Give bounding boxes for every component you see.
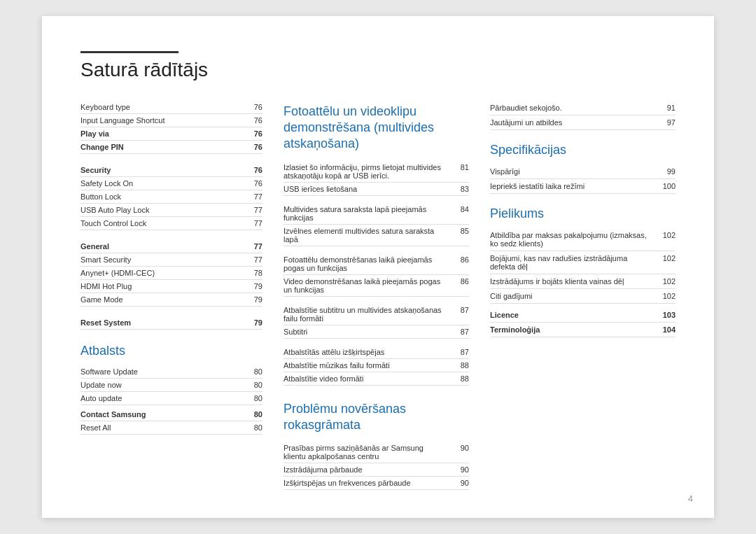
toc-num: 76: [245, 129, 262, 138]
toc-num: 102: [654, 231, 676, 248]
content-grid: Keyboard type76Input Language Shortcut76…: [80, 101, 676, 491]
pielikums-toc-entry: Licence103: [490, 308, 676, 323]
toc-num: 91: [654, 104, 676, 112]
toc-num: 87: [451, 306, 469, 323]
toc-num: 100: [654, 182, 676, 190]
toc-label: Multivides satura saraksta lapā pieejamā…: [284, 205, 451, 222]
toc-label: Izstrādājuma pārbaude: [284, 465, 451, 474]
toc-num: 76: [245, 143, 262, 151]
toc-label: Atbildība par maksas pakalpojumu (izmaks…: [490, 231, 654, 248]
toc-label: Change PIN: [80, 143, 245, 151]
toc-num: 80: [245, 423, 262, 432]
atbalsts-heading: Atbalsts: [80, 344, 262, 358]
toc-num: 87: [451, 348, 469, 356]
atbalsts-toc-entry: Software Update80: [80, 365, 262, 379]
mid-section-heading-1: Fotoattēlu un videoklipu demonstrēšana (…: [284, 104, 469, 153]
toc-label: Atbalstītie video formāti: [284, 374, 451, 383]
toc-label: Update now: [80, 381, 245, 389]
left-toc-entry: Safety Lock On76: [80, 177, 262, 190]
toc-num: 76: [245, 179, 262, 188]
toc-label: Atbalstītās attēlu izšķirtspējas: [284, 348, 451, 356]
right-toc-entry: Jautājumi un atbildes97: [490, 115, 676, 130]
mid-toc-entry: Video demonstrēšanas laikā pieejamās pog…: [284, 275, 469, 297]
toc-num: 79: [245, 295, 262, 304]
left-toc-entry: Security76: [80, 164, 262, 177]
toc-label: Safety Lock On: [80, 179, 245, 188]
toc-label: Izstrādājums ir bojāts klienta vainas dē…: [490, 277, 654, 286]
page-title: Saturā rādītājs: [80, 59, 676, 81]
toc-label: Smart Security: [80, 255, 245, 264]
page: Saturā rādītājs Keyboard type76Input Lan…: [42, 16, 714, 519]
toc-label: USB Auto Play Lock: [80, 206, 245, 214]
toc-num: 81: [451, 163, 469, 180]
toc-label: Vispārīgi: [490, 167, 654, 176]
mid-toc-entry: Atbalstītie mūzikas failu formāti88: [284, 359, 469, 372]
pielikums-heading: Pielikums: [490, 206, 676, 221]
toc-num: 76: [245, 103, 262, 111]
left-toc-entry: Smart Security77: [80, 253, 262, 267]
right-column: Pārbaudiet sekojošo.91Jautājumi un atbil…: [490, 101, 676, 491]
toc-label: Game Mode: [80, 295, 245, 304]
toc-num: 76: [245, 166, 262, 174]
toc-label: Input Language Shortcut: [80, 116, 245, 125]
toc-num: 103: [654, 311, 676, 319]
toc-label: Touch Control Lock: [80, 219, 245, 227]
toc-label: Bojājumi, kas nav radušies izstrādājuma …: [490, 254, 654, 271]
left-toc-entry: HDMI Hot Plug79: [80, 280, 262, 293]
atbalsts-toc-entry: Reset All80: [80, 421, 262, 435]
left-toc-entry: General77: [80, 240, 262, 253]
toc-num: 79: [245, 318, 262, 327]
mid-toc-entry: Atbalstītie subtitru un multivides atska…: [284, 304, 469, 325]
toc-label: Reset System: [80, 318, 245, 327]
pielikums-toc-entry: Bojājumi, kas nav radušies izstrādājuma …: [490, 251, 676, 274]
left-toc-entry: Change PIN76: [80, 141, 262, 154]
toc-label: Izvēlnes elementi multivides satura sara…: [284, 227, 451, 244]
pielikums-toc-entry: Terminoloģija104: [490, 323, 676, 337]
toc-label: Reset All: [80, 423, 245, 432]
toc-label: General: [80, 242, 245, 251]
atbalsts-toc-entry: Auto update80: [80, 392, 262, 405]
toc-label: Button Lock: [80, 192, 245, 201]
toc-num: 85: [451, 227, 469, 244]
spec-toc-entry: Vispārīgi99: [490, 164, 676, 179]
toc-label: Keyboard type: [80, 103, 245, 111]
toc-num: 90: [451, 444, 469, 461]
toc-label: HDMI Hot Plug: [80, 282, 245, 290]
toc-num: 77: [245, 255, 262, 264]
toc-num: 102: [654, 254, 676, 271]
toc-num: 86: [451, 255, 469, 272]
left-toc-entry: Game Mode79: [80, 293, 262, 307]
toc-label: Play via: [80, 129, 245, 138]
toc-label: USB ierīces lietošana: [284, 185, 451, 193]
pielikums-toc-entry: Atbildība par maksas pakalpojumu (izmaks…: [490, 228, 676, 251]
toc-num: 88: [451, 361, 469, 370]
mid-toc-entry: Atbalstītie video formāti88: [284, 372, 469, 386]
left-toc-entry: Button Lock77: [80, 190, 262, 204]
title-bar: [80, 51, 178, 53]
mid-column: Fotoattēlu un videoklipu demonstrēšana (…: [284, 101, 469, 491]
toc-label: Subtitri: [284, 328, 451, 336]
atbalsts-toc-entry: Update now80: [80, 379, 262, 392]
right-toc-entry: Pārbaudiet sekojošo.91: [490, 101, 676, 115]
toc-label: Contact Samsung: [80, 410, 245, 419]
toc-label: Pārbaudiet sekojošo.: [490, 104, 654, 112]
pielikums-toc-entry: Citi gadījumi102: [490, 289, 676, 304]
toc-label: Licence: [490, 311, 654, 319]
left-toc-entry: Input Language Shortcut76: [80, 114, 262, 127]
left-toc-entry: Anynet+ (HDMI-CEC)78: [80, 267, 262, 280]
left-toc-entry: Reset System79: [80, 316, 262, 330]
toc-label: Anynet+ (HDMI-CEC): [80, 269, 245, 277]
mid-toc-entry: Izstrādājuma pārbaude90: [284, 463, 469, 477]
mid-toc-entry: Izvēlnes elementi multivides satura sara…: [284, 225, 469, 246]
mid-toc-entry: Izlasiet šo informāciju, pirms lietojat …: [284, 161, 469, 183]
toc-label: Terminoloģija: [490, 325, 654, 334]
atbalsts-toc-entry: Contact Samsung80: [80, 408, 262, 421]
left-toc-entry: USB Auto Play Lock77: [80, 204, 262, 217]
mid-toc-entry: Fotoattēlu demonstrēšanas laikā pieejamā…: [284, 253, 469, 275]
toc-label: Iepriekš iestatīti laika režīmi: [490, 182, 654, 190]
toc-label: Prasības pirms saziņāšanās ar Samsung kl…: [284, 444, 451, 461]
toc-num: 88: [451, 374, 469, 383]
toc-label: Atbalstītie mūzikas failu formāti: [284, 361, 451, 370]
mid-toc-entry: Izšķirtspējas un frekvences pārbaude90: [284, 477, 469, 490]
toc-num: 79: [245, 282, 262, 290]
